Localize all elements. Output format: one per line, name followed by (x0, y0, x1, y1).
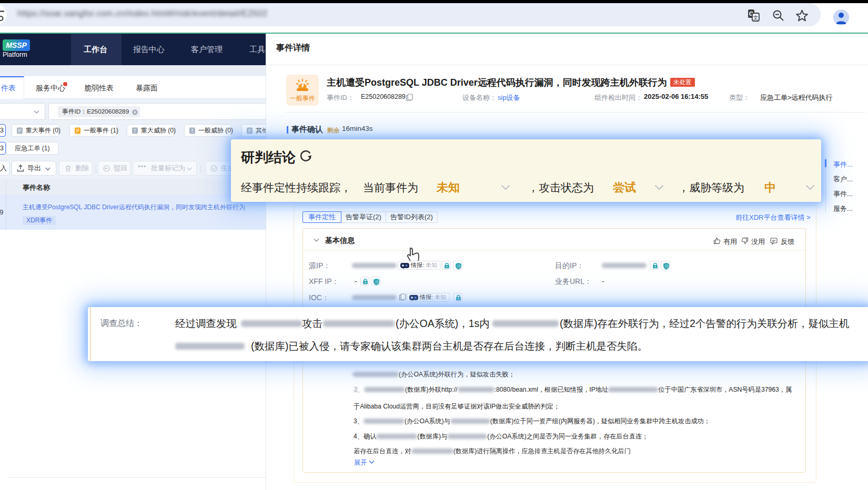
svg-text:文: 文 (753, 15, 759, 21)
